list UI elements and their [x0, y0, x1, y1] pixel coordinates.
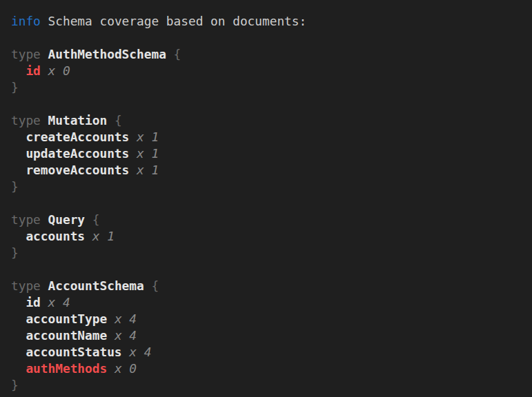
type-name: AccountSchema — [48, 278, 144, 293]
field-usage: x 4 — [115, 312, 137, 326]
field-usage: x 4 — [129, 345, 151, 359]
field-name: accounts — [26, 229, 85, 243]
usage-count: 4 — [144, 345, 152, 359]
field-line: accountStatus x 4 — [11, 344, 521, 360]
field-line: updateAccounts x 1 — [11, 145, 521, 162]
field-line: id x 0 — [11, 63, 521, 79]
field-name: accountStatus — [26, 345, 121, 359]
close-brace-symbol: } — [11, 378, 19, 392]
info-label: info — [11, 14, 41, 28]
close-brace-line: } — [11, 79, 521, 96]
usage-count: 1 — [151, 130, 159, 144]
type-header-line: type AccountSchema { — [11, 278, 521, 294]
field-usage: x 4 — [115, 328, 137, 343]
field-name: accountName — [26, 328, 107, 343]
type-keyword: type — [11, 278, 41, 293]
field-line: id x 4 — [11, 294, 521, 311]
terminal-output: info Schema coverage based on documents:… — [0, 0, 532, 397]
field-line: accounts x 1 — [11, 228, 521, 245]
field-line: accountType x 4 — [11, 311, 521, 327]
field-name: accountType — [26, 312, 107, 326]
usage-count: 0 — [129, 361, 137, 376]
close-brace-line: } — [11, 377, 521, 394]
field-name: id — [26, 295, 40, 309]
usage-count: 1 — [151, 146, 159, 161]
type-header-line: type Mutation { — [11, 112, 521, 129]
type-keyword: type — [11, 47, 41, 61]
close-brace-symbol: } — [11, 245, 19, 260]
field-line: authMethods x 0 — [11, 360, 521, 377]
field-name: id — [26, 63, 40, 78]
close-brace-line: } — [11, 179, 521, 195]
usage-count: 4 — [129, 328, 137, 343]
type-block: type AccountSchema { id x 4accountType x… — [11, 278, 521, 394]
type-block: type Mutation { createAccounts x 1update… — [11, 112, 521, 195]
usage-count: 1 — [107, 229, 115, 243]
usage-prefix: x — [137, 130, 144, 144]
type-block: type AuthMethodSchema { id x 0} — [11, 46, 521, 96]
field-usage: x 0 — [48, 63, 70, 78]
type-header-line: type AuthMethodSchema { — [11, 46, 521, 63]
field-line: accountName x 4 — [11, 327, 521, 344]
usage-prefix: x — [115, 361, 122, 376]
usage-prefix: x — [115, 312, 122, 326]
usage-prefix: x — [115, 328, 122, 343]
type-name: Query — [48, 212, 86, 227]
usage-prefix: x — [48, 295, 56, 309]
field-name: updateAccounts — [26, 146, 129, 161]
open-brace-symbol: { — [151, 278, 159, 293]
field-name: authMethods — [26, 361, 107, 376]
field-name: createAccounts — [26, 130, 129, 144]
type-block: type Query { accounts x 1} — [11, 212, 521, 261]
usage-prefix: x — [137, 146, 144, 161]
field-usage: x 0 — [115, 361, 137, 376]
coverage-blocks: type AuthMethodSchema { id x 0} type Mut… — [11, 46, 521, 394]
close-brace-symbol: } — [11, 80, 19, 94]
open-brace-symbol: { — [115, 113, 122, 128]
usage-prefix: x — [92, 229, 100, 243]
field-usage: x 1 — [137, 146, 159, 161]
close-brace-symbol: } — [11, 179, 19, 194]
usage-prefix: x — [137, 163, 144, 177]
usage-prefix: x — [129, 345, 137, 359]
field-usage: x 1 — [137, 130, 159, 144]
usage-count: 0 — [63, 63, 70, 78]
info-message: Schema coverage based on documents: — [48, 14, 307, 28]
usage-count: 4 — [63, 295, 70, 309]
close-brace-line: } — [11, 245, 521, 261]
usage-count: 4 — [129, 312, 137, 326]
open-brace-symbol: { — [92, 212, 100, 227]
open-brace-symbol: { — [174, 47, 181, 61]
field-usage: x 4 — [48, 295, 70, 309]
type-header-line: type Query { — [11, 212, 521, 228]
field-usage: x 1 — [137, 163, 159, 177]
info-line: info Schema coverage based on documents: — [11, 13, 521, 30]
usage-count: 1 — [151, 163, 159, 177]
field-usage: x 1 — [92, 229, 115, 243]
type-name: AuthMethodSchema — [48, 47, 166, 61]
field-line: removeAccounts x 1 — [11, 162, 521, 179]
field-line: createAccounts x 1 — [11, 129, 521, 145]
type-keyword: type — [11, 113, 41, 128]
field-name: removeAccounts — [26, 163, 129, 177]
type-keyword: type — [11, 212, 41, 227]
usage-prefix: x — [48, 63, 56, 78]
type-name: Mutation — [48, 113, 108, 128]
